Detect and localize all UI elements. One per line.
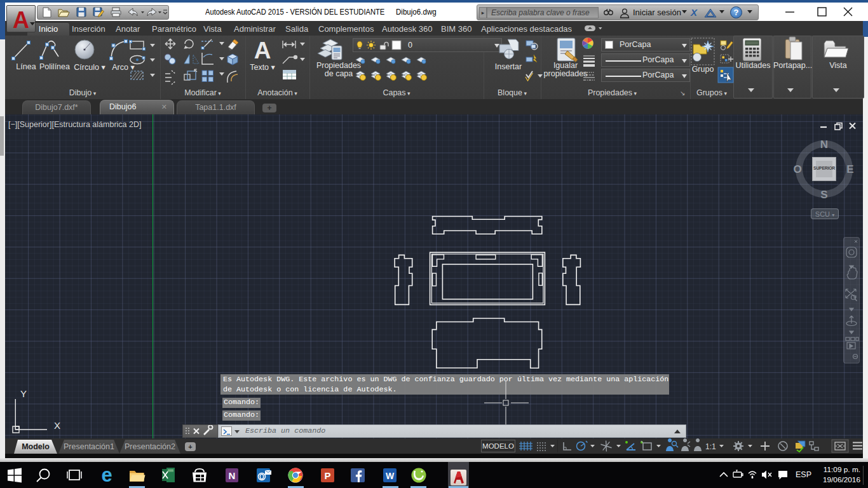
svg-text:W: W (386, 471, 395, 481)
svg-text:N: N (229, 470, 236, 481)
svg-text:1:1: 1:1 (705, 442, 716, 451)
svg-text:Y: Y (20, 388, 27, 399)
svg-text:P: P (324, 470, 330, 481)
svg-text:A: A (13, 7, 29, 32)
svg-text:e: e (101, 464, 112, 486)
svg-text:X: X (54, 420, 60, 431)
svg-text:A: A (254, 37, 271, 64)
